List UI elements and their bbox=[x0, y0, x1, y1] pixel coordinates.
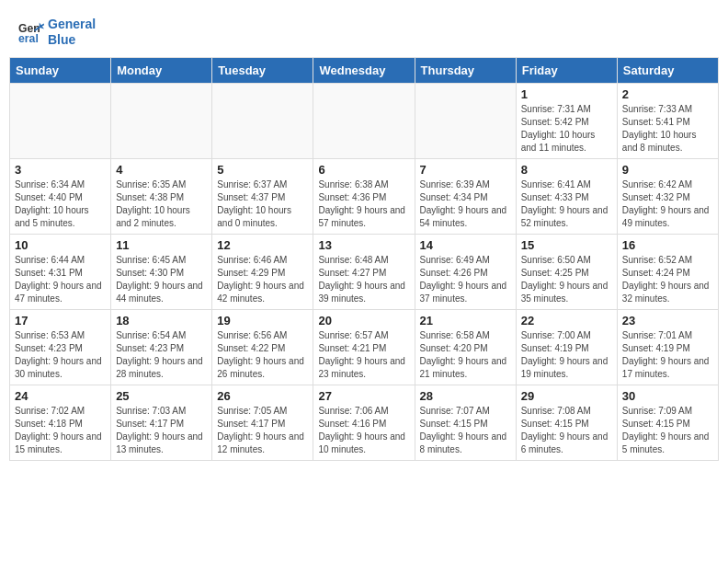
weekday-header-thursday: Thursday bbox=[415, 57, 516, 83]
day-info: Sunrise: 6:57 AM Sunset: 4:21 PM Dayligh… bbox=[318, 329, 409, 381]
day-number: 9 bbox=[622, 163, 713, 177]
calendar-body: 1Sunrise: 7:31 AM Sunset: 5:42 PM Daylig… bbox=[10, 83, 719, 460]
calendar-cell: 29Sunrise: 7:08 AM Sunset: 4:15 PM Dayli… bbox=[516, 385, 617, 460]
svg-text:eral: eral bbox=[18, 31, 39, 44]
calendar-cell: 12Sunrise: 6:46 AM Sunset: 4:29 PM Dayli… bbox=[212, 234, 313, 309]
logo: Gen eral General Blue bbox=[18, 17, 96, 48]
calendar-cell bbox=[212, 83, 313, 158]
weekday-header-sunday: Sunday bbox=[10, 57, 111, 83]
day-number: 25 bbox=[116, 389, 207, 403]
calendar-cell: 26Sunrise: 7:05 AM Sunset: 4:17 PM Dayli… bbox=[212, 385, 313, 460]
day-info: Sunrise: 6:39 AM Sunset: 4:34 PM Dayligh… bbox=[420, 178, 511, 230]
calendar-cell: 8Sunrise: 6:41 AM Sunset: 4:33 PM Daylig… bbox=[516, 158, 617, 234]
day-info: Sunrise: 7:00 AM Sunset: 4:19 PM Dayligh… bbox=[521, 329, 612, 381]
day-number: 29 bbox=[521, 389, 612, 403]
day-number: 3 bbox=[15, 163, 106, 177]
calendar-cell: 25Sunrise: 7:03 AM Sunset: 4:17 PM Dayli… bbox=[111, 385, 212, 460]
day-info: Sunrise: 6:35 AM Sunset: 4:38 PM Dayligh… bbox=[116, 178, 207, 230]
calendar-cell: 10Sunrise: 6:44 AM Sunset: 4:31 PM Dayli… bbox=[10, 234, 111, 309]
day-info: Sunrise: 7:05 AM Sunset: 4:17 PM Dayligh… bbox=[217, 405, 308, 456]
day-number: 10 bbox=[15, 238, 106, 252]
day-info: Sunrise: 6:56 AM Sunset: 4:22 PM Dayligh… bbox=[217, 329, 308, 381]
calendar-cell bbox=[415, 83, 516, 158]
day-number: 28 bbox=[420, 389, 511, 403]
day-number: 15 bbox=[521, 238, 612, 252]
day-info: Sunrise: 6:58 AM Sunset: 4:20 PM Dayligh… bbox=[420, 329, 511, 381]
day-number: 4 bbox=[116, 163, 207, 177]
day-number: 14 bbox=[420, 238, 511, 252]
calendar-cell bbox=[313, 83, 415, 158]
calendar-cell: 28Sunrise: 7:07 AM Sunset: 4:15 PM Dayli… bbox=[415, 385, 516, 460]
calendar-cell: 22Sunrise: 7:00 AM Sunset: 4:19 PM Dayli… bbox=[516, 309, 617, 385]
calendar-week-1: 1Sunrise: 7:31 AM Sunset: 5:42 PM Daylig… bbox=[10, 83, 719, 158]
calendar-cell: 2Sunrise: 7:33 AM Sunset: 5:41 PM Daylig… bbox=[617, 83, 718, 158]
day-number: 5 bbox=[217, 163, 308, 177]
day-info: Sunrise: 6:49 AM Sunset: 4:26 PM Dayligh… bbox=[420, 254, 511, 305]
calendar-wrapper: SundayMondayTuesdayWednesdayThursdayFrid… bbox=[0, 57, 728, 470]
weekday-header-row: SundayMondayTuesdayWednesdayThursdayFrid… bbox=[10, 57, 719, 83]
day-info: Sunrise: 6:50 AM Sunset: 4:25 PM Dayligh… bbox=[521, 254, 612, 305]
calendar-cell: 19Sunrise: 6:56 AM Sunset: 4:22 PM Dayli… bbox=[212, 309, 313, 385]
weekday-header-tuesday: Tuesday bbox=[212, 57, 313, 83]
calendar-week-4: 17Sunrise: 6:53 AM Sunset: 4:23 PM Dayli… bbox=[10, 309, 719, 385]
calendar-table: SundayMondayTuesdayWednesdayThursdayFrid… bbox=[9, 57, 719, 461]
calendar-cell: 6Sunrise: 6:38 AM Sunset: 4:36 PM Daylig… bbox=[313, 158, 415, 234]
calendar-cell: 4Sunrise: 6:35 AM Sunset: 4:38 PM Daylig… bbox=[111, 158, 212, 234]
weekday-header-monday: Monday bbox=[111, 57, 212, 83]
calendar-cell: 5Sunrise: 6:37 AM Sunset: 4:37 PM Daylig… bbox=[212, 158, 313, 234]
day-number: 21 bbox=[420, 314, 511, 327]
calendar-cell: 30Sunrise: 7:09 AM Sunset: 4:15 PM Dayli… bbox=[617, 385, 718, 460]
calendar-cell bbox=[10, 83, 111, 158]
day-number: 17 bbox=[15, 314, 106, 327]
day-number: 8 bbox=[521, 163, 612, 177]
calendar-cell: 27Sunrise: 7:06 AM Sunset: 4:16 PM Dayli… bbox=[313, 385, 415, 460]
day-info: Sunrise: 6:34 AM Sunset: 4:40 PM Dayligh… bbox=[15, 178, 106, 230]
day-info: Sunrise: 6:45 AM Sunset: 4:30 PM Dayligh… bbox=[116, 254, 207, 305]
calendar-cell: 9Sunrise: 6:42 AM Sunset: 4:32 PM Daylig… bbox=[617, 158, 718, 234]
day-info: Sunrise: 6:54 AM Sunset: 4:23 PM Dayligh… bbox=[116, 329, 207, 381]
calendar-header: SundayMondayTuesdayWednesdayThursdayFrid… bbox=[10, 57, 719, 83]
day-info: Sunrise: 7:31 AM Sunset: 5:42 PM Dayligh… bbox=[521, 103, 612, 155]
day-info: Sunrise: 6:37 AM Sunset: 4:37 PM Dayligh… bbox=[217, 178, 308, 230]
weekday-header-wednesday: Wednesday bbox=[313, 57, 415, 83]
calendar-cell: 17Sunrise: 6:53 AM Sunset: 4:23 PM Dayli… bbox=[10, 309, 111, 385]
calendar-cell: 13Sunrise: 6:48 AM Sunset: 4:27 PM Dayli… bbox=[313, 234, 415, 309]
day-number: 2 bbox=[622, 87, 713, 101]
day-info: Sunrise: 6:48 AM Sunset: 4:27 PM Dayligh… bbox=[318, 254, 409, 305]
calendar-cell: 11Sunrise: 6:45 AM Sunset: 4:30 PM Dayli… bbox=[111, 234, 212, 309]
calendar-cell: 21Sunrise: 6:58 AM Sunset: 4:20 PM Dayli… bbox=[415, 309, 516, 385]
day-number: 22 bbox=[521, 314, 612, 327]
calendar-cell: 3Sunrise: 6:34 AM Sunset: 4:40 PM Daylig… bbox=[10, 158, 111, 234]
day-number: 16 bbox=[622, 238, 713, 252]
calendar-cell: 24Sunrise: 7:02 AM Sunset: 4:18 PM Dayli… bbox=[10, 385, 111, 460]
calendar-week-5: 24Sunrise: 7:02 AM Sunset: 4:18 PM Dayli… bbox=[10, 385, 719, 460]
day-number: 23 bbox=[622, 314, 713, 327]
calendar-week-3: 10Sunrise: 6:44 AM Sunset: 4:31 PM Dayli… bbox=[10, 234, 719, 309]
day-number: 6 bbox=[318, 163, 409, 177]
day-info: Sunrise: 7:02 AM Sunset: 4:18 PM Dayligh… bbox=[15, 405, 106, 456]
day-info: Sunrise: 6:44 AM Sunset: 4:31 PM Dayligh… bbox=[15, 254, 106, 305]
day-number: 13 bbox=[318, 238, 409, 252]
calendar-cell: 18Sunrise: 6:54 AM Sunset: 4:23 PM Dayli… bbox=[111, 309, 212, 385]
weekday-header-saturday: Saturday bbox=[617, 57, 718, 83]
day-info: Sunrise: 7:08 AM Sunset: 4:15 PM Dayligh… bbox=[521, 405, 612, 456]
calendar-cell: 7Sunrise: 6:39 AM Sunset: 4:34 PM Daylig… bbox=[415, 158, 516, 234]
day-info: Sunrise: 7:09 AM Sunset: 4:15 PM Dayligh… bbox=[622, 405, 713, 456]
day-info: Sunrise: 6:38 AM Sunset: 4:36 PM Dayligh… bbox=[318, 178, 409, 230]
calendar-cell bbox=[111, 83, 212, 158]
day-info: Sunrise: 7:01 AM Sunset: 4:19 PM Dayligh… bbox=[622, 329, 713, 381]
day-number: 24 bbox=[15, 389, 106, 403]
page-header: Gen eral General Blue bbox=[0, 0, 728, 57]
day-info: Sunrise: 6:46 AM Sunset: 4:29 PM Dayligh… bbox=[217, 254, 308, 305]
day-info: Sunrise: 6:52 AM Sunset: 4:24 PM Dayligh… bbox=[622, 254, 713, 305]
day-info: Sunrise: 6:53 AM Sunset: 4:23 PM Dayligh… bbox=[15, 329, 106, 381]
calendar-week-2: 3Sunrise: 6:34 AM Sunset: 4:40 PM Daylig… bbox=[10, 158, 719, 234]
day-info: Sunrise: 7:07 AM Sunset: 4:15 PM Dayligh… bbox=[420, 405, 511, 456]
day-info: Sunrise: 7:33 AM Sunset: 5:41 PM Dayligh… bbox=[622, 103, 713, 155]
day-number: 18 bbox=[116, 314, 207, 327]
day-number: 30 bbox=[622, 389, 713, 403]
day-number: 19 bbox=[217, 314, 308, 327]
weekday-header-friday: Friday bbox=[516, 57, 617, 83]
day-number: 20 bbox=[318, 314, 409, 327]
day-number: 12 bbox=[217, 238, 308, 252]
